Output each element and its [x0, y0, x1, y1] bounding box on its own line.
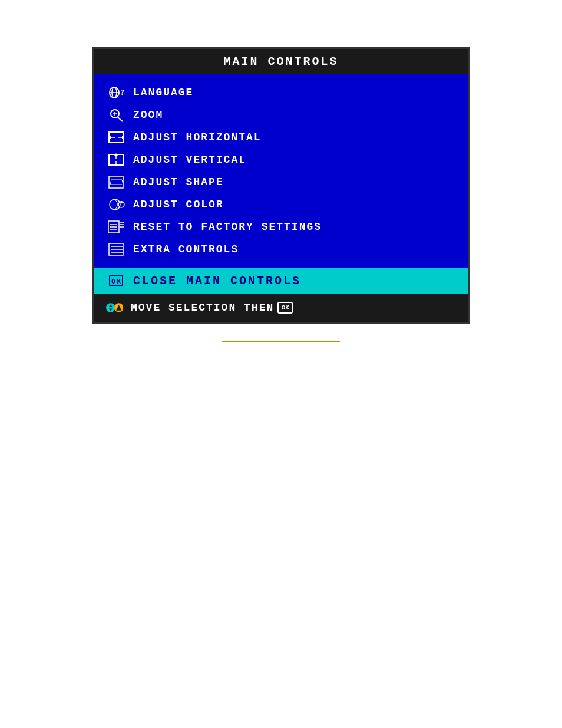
footer-bar: MOVE SELECTION THEN OK [94, 294, 468, 322]
menu-item-extra-controls[interactable]: EXTRA CONTROLS [104, 238, 458, 261]
footer-ok-badge: OK [277, 302, 293, 314]
adjust-horizontal-label: ADJUST HORIZONTAL [133, 131, 262, 143]
svg-rect-18 [109, 176, 123, 188]
close-bar[interactable]: OK CLOSE MAIN CONTROLS [94, 268, 468, 294]
svg-text:?: ? [120, 88, 125, 97]
adjust-color-label: ADJUST COLOR [133, 199, 224, 210]
nav-icon [104, 299, 125, 316]
footer-label: MOVE SELECTION THEN [131, 302, 274, 314]
shape-icon [106, 174, 127, 190]
menu-item-language[interactable]: ? LANGUAGE [104, 81, 458, 104]
adjust-vertical-label: ADJUST VERTICAL [133, 154, 246, 166]
zoom-label: ZOOM [133, 109, 163, 121]
menu-item-adjust-shape[interactable]: ADJUST SHAPE [104, 171, 458, 193]
extra-controls-label: EXTRA CONTROLS [133, 243, 239, 255]
zoom-icon [106, 107, 127, 123]
vertical-icon [106, 151, 127, 168]
menu-item-zoom[interactable]: ZOOM [104, 104, 458, 126]
adjust-shape-label: ADJUST SHAPE [133, 176, 224, 188]
horizontal-icon [106, 129, 127, 146]
menu-item-adjust-color[interactable]: ADJUST COLOR [104, 193, 458, 216]
svg-line-21 [110, 180, 111, 185]
menu-item-adjust-vertical[interactable]: ADJUST VERTICAL [104, 149, 458, 171]
extra-icon [106, 241, 127, 258]
reset-icon [106, 219, 127, 235]
close-ok-icon: OK [106, 272, 127, 289]
separator-line [222, 341, 340, 342]
svg-point-25 [120, 201, 123, 203]
close-label: CLOSE MAIN CONTROLS [133, 274, 301, 288]
color-icon [106, 196, 127, 213]
monitor-menu: MAIN CONTROLS ? LANGUAGE [92, 47, 470, 342]
reset-factory-label: RESET TO FACTORY SETTINGS [133, 221, 322, 233]
svg-text:OK: OK [111, 278, 123, 285]
menu-item-adjust-horizontal[interactable]: ADJUST HORIZONTAL [104, 126, 458, 149]
language-icon: ? [106, 84, 127, 101]
title-bar: MAIN CONTROLS [94, 49, 468, 74]
language-label: LANGUAGE [133, 87, 193, 98]
menu-item-reset-factory[interactable]: RESET TO FACTORY SETTINGS [104, 216, 458, 238]
menu-title: MAIN CONTROLS [223, 55, 338, 68]
menu-body: ? LANGUAGE ZOOM [94, 74, 468, 268]
svg-line-5 [118, 117, 123, 121]
